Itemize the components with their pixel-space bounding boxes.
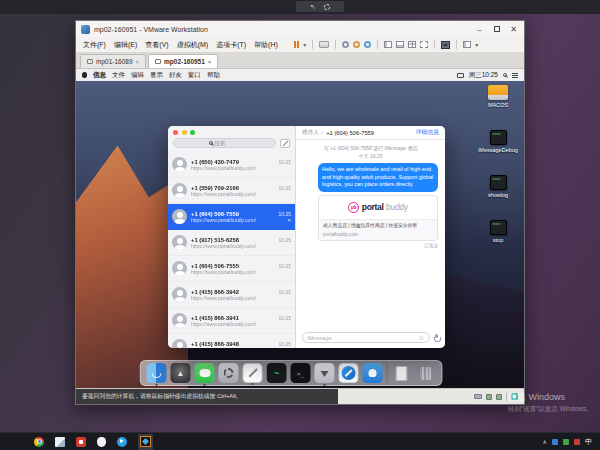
conversation-row[interactable]: +1 (415) 866-394110:25 https://www.porta… [168, 308, 295, 334]
chrome-icon[interactable] [34, 437, 44, 447]
close-button[interactable]: ✕ [505, 22, 522, 36]
messages-dock-icon[interactable] [195, 363, 215, 383]
menu-mac-view[interactable]: 显示 [150, 71, 163, 80]
take-snapshot-icon[interactable] [353, 41, 360, 48]
conversation-row[interactable]: +1 (650) 430-747910:25 https://www.porta… [168, 152, 295, 178]
external-display-icon[interactable] [463, 41, 471, 48]
menu-view[interactable]: 查看(V) [145, 40, 168, 50]
conversation-row[interactable]: +1 (604) 506-755510:25 https://www.porta… [168, 256, 295, 282]
search-icon [209, 141, 213, 145]
vm-tab-mp01[interactable]: mp01-16089 × [80, 54, 146, 68]
finder-icon[interactable] [147, 363, 167, 383]
cursor-icon[interactable]: ↖ [310, 3, 316, 11]
conversation-row[interactable]: +1 (917) 515-625810:25 https://www.porta… [168, 230, 295, 256]
vm-tab-mp02[interactable]: mp02-160951 × [148, 54, 218, 68]
display-icon[interactable] [457, 73, 464, 78]
message-input-field[interactable]: ☺ [302, 332, 430, 343]
menu-edit[interactable]: 编辑(E) [114, 40, 137, 50]
zoom-window-button[interactable] [190, 130, 195, 135]
red-app-icon[interactable] [76, 437, 86, 447]
vmware-taskbar-button[interactable] [138, 434, 153, 450]
menu-vm[interactable]: 虚拟机(M) [177, 40, 209, 50]
desktop-icon-imessagedebug[interactable]: exec iMessageDebug [476, 130, 520, 153]
desktop-icon-stop[interactable]: exec stop [476, 220, 520, 243]
telegram-icon[interactable] [117, 437, 127, 447]
network-adapter-icon[interactable] [486, 394, 492, 400]
revert-snapshot-icon[interactable] [342, 41, 349, 48]
apple-menu-icon[interactable] [82, 72, 87, 78]
tray-chevron-icon[interactable]: ∧ [543, 438, 547, 445]
menu-tabs[interactable]: 选项卡(T) [216, 40, 246, 50]
vmware-titlebar[interactable]: mp02-160951 - VMware Workstation – ✕ [76, 21, 524, 37]
apple-tool-icon[interactable] [97, 437, 106, 447]
unity-mode-icon[interactable] [408, 41, 416, 48]
launchpad-icon[interactable]: ▲ [171, 363, 191, 383]
vm-display[interactable]: 信息 文件 编辑 显示 好友 窗口 帮助 周三10:25 MACOS [76, 69, 524, 388]
tab-close-icon[interactable]: × [208, 59, 212, 65]
pause-vm-icon[interactable] [294, 41, 300, 48]
document-stack-icon[interactable] [392, 363, 412, 383]
menu-mac-edit[interactable]: 编辑 [131, 71, 144, 80]
search-field[interactable] [173, 138, 276, 148]
vm-tab-icon [155, 59, 161, 64]
conversation-row[interactable]: +1 (559) 709-216610:25 https://www.porta… [168, 178, 295, 204]
pause-dropdown-icon[interactable]: ▾ [303, 42, 306, 48]
menu-help[interactable]: 帮助(H) [254, 40, 278, 50]
maximize-button[interactable] [488, 22, 505, 36]
trash-icon[interactable] [416, 363, 436, 383]
vm-tab-label: mp01-16089 [96, 58, 133, 65]
menubar-clock[interactable]: 周三10:25 [469, 71, 498, 80]
close-window-button[interactable] [173, 130, 178, 135]
safari-icon[interactable] [339, 363, 359, 383]
terminal-icon[interactable]: >_ [291, 363, 311, 383]
conversation-row[interactable]: +1 (415) 866-394810:25 https://www.porta… [168, 334, 295, 348]
minimize-button[interactable]: – [471, 22, 488, 36]
desktop-icon-showlog[interactable]: exec showlog [476, 175, 520, 198]
settings-icon[interactable] [324, 4, 330, 10]
menu-messages-app[interactable]: 信息 [93, 71, 106, 80]
conversation-row[interactable]: +1 (415) 866-394210:25 https://www.porta… [168, 282, 295, 308]
desktop-icon-macos[interactable]: MACOS [476, 85, 520, 108]
search-input[interactable] [215, 140, 241, 146]
close-conversation-icon[interactable]: × [286, 217, 291, 223]
downloads-icon[interactable] [315, 363, 335, 383]
tray-icon-blue[interactable] [552, 439, 558, 445]
messages-window: +1 (650) 430-747910:25 https://www.porta… [168, 126, 445, 348]
activity-monitor-icon[interactable]: ~ [267, 363, 287, 383]
textedit-icon[interactable] [243, 363, 263, 383]
tray-icon-green[interactable] [563, 439, 569, 445]
console-preview-icon[interactable] [441, 41, 450, 49]
script-icon: exec [490, 175, 507, 190]
network-adapter-icon-2[interactable] [496, 394, 502, 400]
spotlight-search-icon[interactable] [503, 73, 507, 77]
chat-header: 收件人： +1 (604) 506-7559 详细信息 [296, 126, 445, 140]
ime-indicator[interactable]: 中 [585, 437, 592, 447]
manage-snapshots-icon[interactable] [364, 41, 371, 48]
microphone-icon[interactable] [434, 334, 439, 342]
menu-mac-file[interactable]: 文件 [112, 71, 125, 80]
menu-mac-help[interactable]: 帮助 [207, 71, 220, 80]
fullscreen-icon[interactable] [420, 41, 428, 48]
hard-disk-icon[interactable] [474, 394, 482, 399]
show-library-icon[interactable] [384, 41, 392, 48]
send-ctrl-alt-del-icon[interactable] [319, 41, 329, 48]
menu-mac-buddies[interactable]: 好友 [169, 71, 182, 80]
menu-file[interactable]: 文件(F) [83, 40, 106, 50]
contacts-app-icon[interactable] [363, 363, 383, 383]
3d-object-app-icon[interactable] [55, 437, 65, 447]
notification-center-icon[interactable] [512, 73, 518, 78]
tab-close-icon[interactable]: × [136, 59, 140, 65]
remote-control-toolbar[interactable]: ↖ [296, 1, 344, 12]
menu-mac-window[interactable]: 窗口 [188, 71, 201, 80]
display-dropdown-icon[interactable]: ▾ [475, 42, 478, 48]
message-input[interactable] [307, 335, 418, 341]
emoji-icon[interactable]: ☺ [418, 334, 425, 341]
details-button[interactable]: 详细信息 [416, 128, 439, 137]
thumbnail-bar-icon[interactable] [396, 41, 404, 48]
link-preview-card[interactable]: pb portalbuddy 成人用品店 | 情趣玩具性商店 | 快速安全保密 … [318, 195, 438, 241]
tray-icon-red[interactable] [574, 439, 580, 445]
minimize-window-button[interactable] [182, 130, 187, 135]
system-preferences-icon[interactable] [219, 363, 239, 383]
compose-button[interactable] [280, 139, 290, 148]
conversation-row-selected[interactable]: +1 (604) 506-755910:25 https://www.porta… [168, 204, 295, 230]
